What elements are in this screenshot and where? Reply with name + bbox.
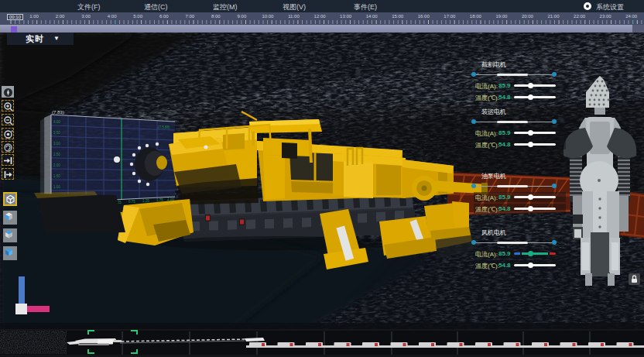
- svg-text:4.00: 4.00: [53, 120, 60, 124]
- svg-text:(7,83): (7,83): [52, 110, 64, 115]
- svg-text:2.00: 2.00: [53, 163, 60, 167]
- svg-text:1.00: 1.00: [53, 185, 60, 189]
- svg-text:1.75: 1.75: [156, 198, 163, 202]
- svg-text:0.75: 0.75: [128, 200, 135, 204]
- svg-text:3.50: 3.50: [53, 131, 60, 135]
- svg-text:3.00: 3.00: [53, 142, 60, 146]
- svg-text:(7.5,88): (7.5,88): [158, 125, 170, 129]
- svg-text:2.50: 2.50: [53, 153, 60, 156]
- svg-text:1.50: 1.50: [53, 174, 60, 178]
- svg-text:1.25: 1.25: [142, 199, 149, 203]
